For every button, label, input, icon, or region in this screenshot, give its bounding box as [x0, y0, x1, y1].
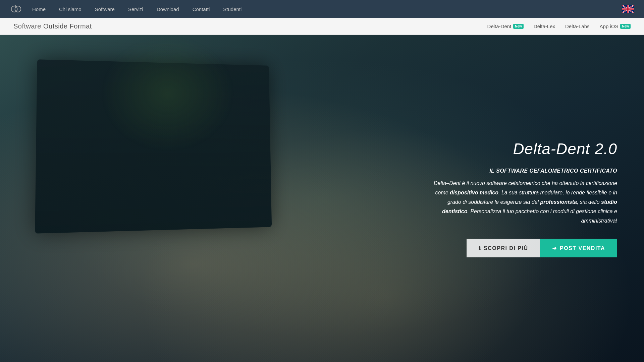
hero-bold-dispositivo: dispositivo medico — [450, 190, 498, 195]
uk-flag-icon[interactable] — [622, 5, 634, 13]
sub-nav-links: Delta-Dent New Delta-Lex Delta-Labs App … — [487, 23, 631, 29]
nav-servizi[interactable]: Servizi — [128, 6, 143, 12]
top-nav-right — [622, 5, 634, 13]
hero-desc-p1: Delta–Dent è il nuovo software cefalomet… — [423, 179, 617, 226]
nav-studenti[interactable]: Studenti — [223, 6, 241, 12]
delta-dent-label: Delta-Dent — [487, 23, 512, 29]
hero-buttons: ℹ SCOPRI DI PIÙ ➜ POST VENDITA — [423, 239, 617, 257]
hero-description: Delta–Dent è il nuovo software cefalomet… — [423, 179, 617, 226]
nav-contatti[interactable]: Contatti — [193, 6, 210, 12]
app-ios-label: App iOS — [600, 23, 619, 29]
scopri-icon: ℹ — [479, 245, 481, 251]
svg-line-2 — [14, 5, 16, 6]
post-vendita-button[interactable]: ➜ POST VENDITA — [540, 239, 617, 257]
logo[interactable] — [10, 3, 22, 15]
hero-content: Delta-Dent 2.0 IL SOFTWARE CEFALOMETRICO… — [423, 140, 617, 257]
scopri-button[interactable]: ℹ SCOPRI DI PIÙ — [467, 239, 540, 257]
nav-chi-siamo[interactable]: Chi siamo — [59, 6, 82, 12]
hero-subtitle: IL SOFTWARE CEFALOMETRICO CERTIFICATO — [423, 168, 617, 174]
brand-name: Software Outside Format — [13, 22, 92, 30]
logo-icon — [10, 3, 22, 15]
sub-navigation: Software Outside Format Delta-Dent New D… — [0, 18, 644, 35]
post-icon: ➜ — [552, 245, 557, 251]
hero-bold-professionista: professionista — [540, 199, 577, 205]
nav-home[interactable]: Home — [32, 6, 46, 12]
hero-section: Delta-Dent 2.0 IL SOFTWARE CEFALOMETRICO… — [0, 35, 644, 362]
subnav-app-ios[interactable]: App iOS New — [600, 23, 631, 29]
top-nav-links: Home Chi siamo Software Servizi Download… — [32, 6, 241, 12]
nav-download[interactable]: Download — [157, 6, 179, 12]
hero-title: Delta-Dent 2.0 — [423, 140, 617, 158]
post-label: POST VENDITA — [560, 245, 605, 251]
svg-point-0 — [11, 6, 17, 12]
subnav-delta-lex[interactable]: Delta-Lex — [534, 23, 555, 29]
plant-visual — [101, 35, 235, 152]
hero-bold-studio: studio dentistico — [442, 199, 617, 214]
subnav-delta-dent[interactable]: Delta-Dent New — [487, 23, 524, 29]
nav-software[interactable]: Software — [95, 6, 115, 12]
top-navigation: Home Chi siamo Software Servizi Download… — [0, 0, 644, 18]
app-ios-badge: New — [620, 24, 631, 29]
delta-dent-badge: New — [513, 24, 524, 29]
svg-point-1 — [15, 6, 21, 12]
top-nav-left: Home Chi siamo Software Servizi Download… — [10, 3, 241, 15]
subnav-delta-labs[interactable]: Delta-Labs — [565, 23, 590, 29]
scopri-label: SCOPRI DI PIÙ — [484, 245, 528, 251]
